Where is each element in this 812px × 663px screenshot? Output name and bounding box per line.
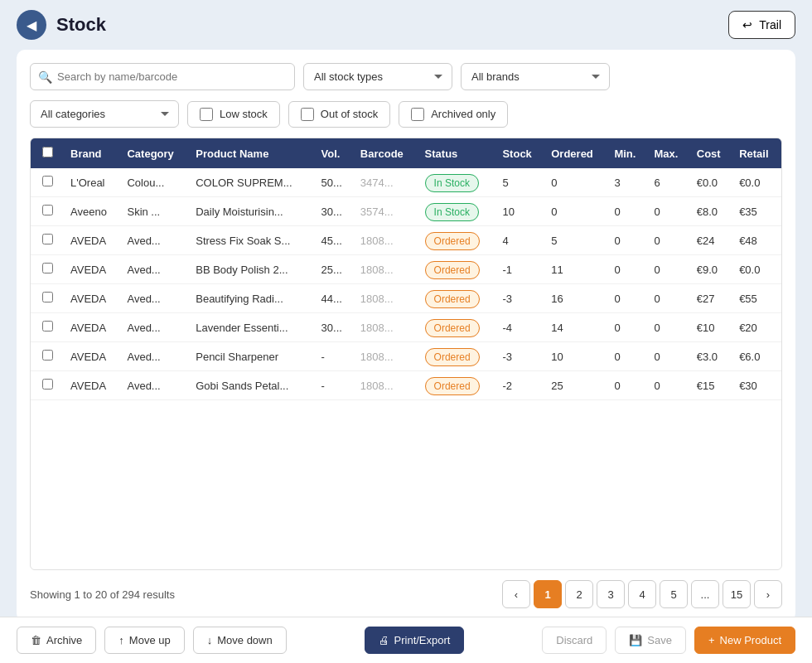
row-status: Ordered xyxy=(418,226,496,255)
row-cost: €10 xyxy=(690,313,732,342)
row-vol: - xyxy=(315,342,354,371)
row-checkbox-cell[interactable] xyxy=(31,197,64,226)
table-row[interactable]: AVEDA Aved... Pencil Sharpener - 1808...… xyxy=(31,342,781,371)
col-vol: Vol. xyxy=(315,138,354,168)
row-stock: -3 xyxy=(495,284,544,313)
save-icon: 💾 xyxy=(629,634,642,646)
stock-table-container[interactable]: Brand Category Product Name Vol. Barcode… xyxy=(30,138,782,570)
row-barcode: 1808... xyxy=(354,342,418,371)
print-icon: 🖨 xyxy=(379,634,389,646)
low-stock-checkbox[interactable] xyxy=(200,108,213,121)
table-row[interactable]: Aveeno Skin ... Daily Moisturisin... 30.… xyxy=(31,197,781,226)
move-up-button[interactable]: ↑ Move up xyxy=(104,627,184,654)
row-checkbox[interactable] xyxy=(42,205,53,215)
row-brand: AVEDA xyxy=(64,255,120,284)
archived-only-checkbox[interactable] xyxy=(411,108,424,121)
row-min: 0 xyxy=(607,371,647,400)
category-dropdown[interactable]: All categories xyxy=(30,100,179,128)
table-row[interactable]: AVEDA Aved... Lavender Essenti... 30... … xyxy=(31,313,781,342)
row-retail: €48 xyxy=(732,226,781,255)
row-checkbox-cell[interactable] xyxy=(31,226,64,255)
filter-row-2: All categories Low stock Out of stock Ar… xyxy=(30,100,782,128)
status-badge: Ordered xyxy=(425,232,480,250)
trail-label: Trail xyxy=(759,18,781,31)
row-stock: 5 xyxy=(495,168,544,197)
row-max: 0 xyxy=(647,284,689,313)
row-checkbox-cell[interactable] xyxy=(31,284,64,313)
row-stock: -4 xyxy=(495,313,544,342)
pagination-page-5[interactable]: 5 xyxy=(660,580,688,608)
archived-only-filter[interactable]: Archived only xyxy=(399,101,508,128)
move-down-button[interactable]: ↓ Move down xyxy=(193,627,287,654)
select-all-header[interactable] xyxy=(31,138,64,168)
row-min: 0 xyxy=(607,342,647,371)
pagination-row: Showing 1 to 20 of 294 results ‹ 1 2 3 4… xyxy=(30,580,782,608)
pagination-page-2[interactable]: 2 xyxy=(565,580,593,608)
print-export-button[interactable]: 🖨 Print/Export xyxy=(365,627,465,654)
select-all-checkbox[interactable] xyxy=(42,147,53,157)
row-vol: - xyxy=(315,371,354,400)
row-vol: 44... xyxy=(315,284,354,313)
row-max: 0 xyxy=(647,313,689,342)
row-ordered: 5 xyxy=(544,226,607,255)
archive-icon: 🗑 xyxy=(31,634,41,646)
trail-icon: ↩ xyxy=(742,18,752,31)
row-retail: €20 xyxy=(732,313,781,342)
low-stock-filter[interactable]: Low stock xyxy=(187,101,280,128)
table-row[interactable]: AVEDA Aved... Gobi Sands Petal... - 1808… xyxy=(31,371,781,400)
row-cost: €0.0 xyxy=(690,168,732,197)
pagination-prev[interactable]: ‹ xyxy=(502,580,530,608)
pagination-page-15[interactable]: 15 xyxy=(723,580,751,608)
pagination-next[interactable]: › xyxy=(754,580,782,608)
row-checkbox[interactable] xyxy=(42,263,53,273)
stock-type-dropdown[interactable]: All stock types xyxy=(303,63,452,90)
row-checkbox-cell[interactable] xyxy=(31,342,64,371)
row-barcode: 1808... xyxy=(354,284,418,313)
row-cost: €8.0 xyxy=(690,197,732,226)
out-of-stock-filter[interactable]: Out of stock xyxy=(288,101,390,128)
save-button[interactable]: 💾 Save xyxy=(615,627,686,654)
col-stock: Stock xyxy=(495,138,544,168)
brand-dropdown[interactable]: All brands xyxy=(461,63,610,90)
row-min: 0 xyxy=(607,226,647,255)
table-row[interactable]: L'Oreal Colou... COLOR SUPREM... 50... 3… xyxy=(31,168,781,197)
pagination-page-3[interactable]: 3 xyxy=(597,580,625,608)
discard-button[interactable]: Discard xyxy=(542,627,607,654)
row-barcode: 3574... xyxy=(354,197,418,226)
row-max: 0 xyxy=(647,255,689,284)
status-badge: Ordered xyxy=(425,348,480,366)
archive-button[interactable]: 🗑 Archive xyxy=(17,627,96,654)
table-row[interactable]: AVEDA Aved... Beautifying Radi... 44... … xyxy=(31,284,781,313)
row-checkbox[interactable] xyxy=(42,379,53,390)
row-cost: €9.0 xyxy=(690,255,732,284)
print-label: Print/Export xyxy=(394,634,451,646)
pagination-controls: ‹ 1 2 3 4 5 ... 15 › xyxy=(502,580,782,608)
row-stock: -1 xyxy=(495,255,544,284)
row-product: Beautifying Radi... xyxy=(189,284,314,313)
row-checkbox[interactable] xyxy=(42,321,53,332)
row-checkbox[interactable] xyxy=(42,292,53,302)
col-product: Product Name xyxy=(189,138,314,168)
col-max: Max. xyxy=(647,138,689,168)
row-vol: 45... xyxy=(315,226,354,255)
row-checkbox-cell[interactable] xyxy=(31,168,64,197)
table-row[interactable]: AVEDA Aved... BB Body Polish 2... 25... … xyxy=(31,255,781,284)
pagination-page-4[interactable]: 4 xyxy=(628,580,656,608)
row-checkbox[interactable] xyxy=(42,234,53,244)
search-input[interactable] xyxy=(30,63,295,90)
row-brand: AVEDA xyxy=(64,284,120,313)
new-product-button[interactable]: + New Product xyxy=(694,627,795,654)
row-checkbox[interactable] xyxy=(42,350,53,361)
row-checkbox-cell[interactable] xyxy=(31,371,64,400)
back-button[interactable]: ◀ xyxy=(17,10,46,40)
row-checkbox-cell[interactable] xyxy=(31,255,64,284)
row-ordered: 0 xyxy=(544,197,607,226)
row-checkbox[interactable] xyxy=(42,176,53,186)
row-vol: 25... xyxy=(315,255,354,284)
row-checkbox-cell[interactable] xyxy=(31,313,64,342)
out-of-stock-checkbox[interactable] xyxy=(301,108,314,121)
table-row[interactable]: AVEDA Aved... Stress Fix Soak S... 45...… xyxy=(31,226,781,255)
pagination-page-1[interactable]: 1 xyxy=(534,580,562,608)
trail-button[interactable]: ↩ Trail xyxy=(728,11,795,39)
row-category: Colou... xyxy=(120,168,189,197)
